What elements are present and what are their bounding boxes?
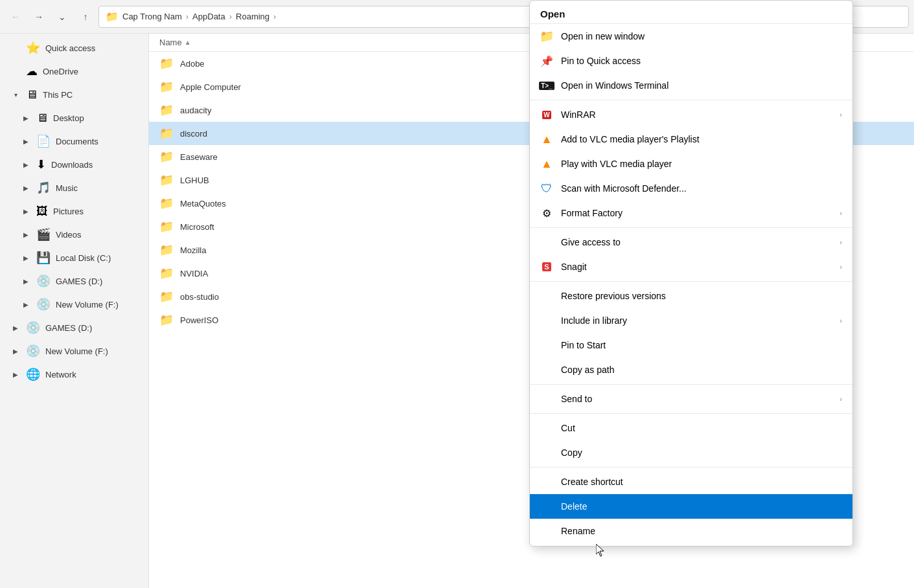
- file-name-11: PowerISO: [180, 315, 218, 325]
- ctx-item-vlc-play[interactable]: ▲Play with VLC media player: [530, 152, 852, 176]
- ctx-label-delete: Delete: [561, 501, 842, 512]
- expand-icon-desktop: ▶: [21, 113, 31, 123]
- sidebar-label-network: Network: [45, 370, 76, 379]
- ctx-label-snagit: Snagit: [561, 262, 832, 272]
- ctx-icon-pin-start: [540, 339, 553, 352]
- recent-button[interactable]: ⌄: [52, 6, 73, 27]
- sidebar-item-desktop[interactable]: ▶🖥Desktop: [3, 106, 146, 130]
- expand-icon-music: ▶: [21, 183, 31, 193]
- ctx-label-vlc-play: Play with VLC media player: [561, 159, 842, 169]
- file-folder-icon-4: 📁: [159, 150, 174, 164]
- item-icon-pictures: 🖼: [36, 205, 48, 218]
- ctx-item-vlc-add[interactable]: ▲Add to VLC media player's Playlist: [530, 127, 852, 152]
- sidebar-item-games-d2[interactable]: ▶💿GAMES (D:): [3, 316, 146, 339]
- ctx-icon-send-to: [540, 392, 553, 405]
- item-icon-this-pc: 🖥: [26, 88, 38, 102]
- sidebar-label-new-volume-f2: New Volume (F:): [45, 346, 108, 356]
- file-name-8: Mozilla: [180, 245, 206, 255]
- file-folder-icon-1: 📁: [159, 80, 174, 94]
- forward-button[interactable]: →: [29, 6, 49, 27]
- expand-icon-videos: ▶: [21, 229, 31, 240]
- ctx-separator-9: [530, 227, 852, 228]
- ctx-item-snagit[interactable]: SSnagit›: [530, 254, 852, 279]
- ctx-icon-copy-path: [540, 363, 553, 376]
- breadcrumb-appdata[interactable]: AppData: [192, 12, 225, 21]
- ctx-icon-open-new-window: 📁: [540, 30, 553, 43]
- ctx-label-open-terminal: Open in Windows Terminal: [561, 80, 842, 91]
- sort-arrow-icon: ▲: [185, 39, 191, 46]
- context-menu: Open 📁Open in new window📌Pin to Quick ac…: [529, 0, 853, 547]
- sidebar-item-documents[interactable]: ▶📄Documents: [3, 130, 146, 153]
- ctx-item-pin-quick-access[interactable]: 📌Pin to Quick access: [530, 49, 852, 73]
- sidebar-item-music[interactable]: ▶🎵Music: [3, 176, 146, 199]
- ctx-icon-delete: [540, 500, 553, 513]
- ctx-item-create-shortcut[interactable]: Create shortcut: [530, 469, 852, 494]
- sidebar-item-downloads[interactable]: ▶⬇Downloads: [3, 153, 146, 176]
- ctx-separator-22: [530, 467, 852, 468]
- expand-icon-quick-access: [10, 43, 21, 53]
- ctx-item-format-factory[interactable]: ⚙Format Factory›: [530, 201, 852, 225]
- ctx-label-pin-quick-access: Pin to Quick access: [561, 56, 842, 66]
- sidebar-label-pictures: Pictures: [53, 207, 84, 216]
- breadcrumb-cap-trong-nam[interactable]: Cap Trong Nam: [122, 12, 182, 21]
- sidebar-label-desktop: Desktop: [53, 113, 84, 123]
- ctx-item-rename[interactable]: Rename: [530, 519, 852, 543]
- back-button[interactable]: ←: [5, 6, 26, 27]
- ctx-item-open-new-window[interactable]: 📁Open in new window: [530, 24, 852, 49]
- ctx-label-restore-versions: Restore previous versions: [561, 291, 842, 301]
- ctx-item-give-access[interactable]: Give access to›: [530, 230, 852, 254]
- ctx-item-cut[interactable]: Cut: [530, 416, 852, 440]
- ctx-item-restore-versions[interactable]: Restore previous versions: [530, 284, 852, 308]
- item-icon-downloads: ⬇: [36, 157, 46, 172]
- ctx-item-send-to[interactable]: Send to›: [530, 387, 852, 411]
- file-name-2: audacity: [180, 106, 211, 115]
- ctx-item-include-library[interactable]: Include in library›: [530, 308, 852, 333]
- sidebar-item-new-volume-f2[interactable]: ▶💿New Volume (F:): [3, 339, 146, 363]
- ctx-label-send-to: Send to: [561, 394, 832, 404]
- file-name-6: MetaQuotes: [180, 199, 226, 209]
- sidebar-label-this-pc: This PC: [43, 90, 73, 100]
- sidebar-item-videos[interactable]: ▶🎬Videos: [3, 223, 146, 246]
- ctx-item-winrar[interactable]: WWinRAR›: [530, 102, 852, 127]
- ctx-submenu-arrow-include-library: ›: [840, 317, 842, 324]
- ctx-item-copy[interactable]: Copy: [530, 440, 852, 465]
- sidebar-item-quick-access[interactable]: ⭐Quick access: [3, 36, 146, 60]
- sidebar-item-pictures[interactable]: ▶🖼Pictures: [3, 199, 146, 223]
- sidebar-item-network[interactable]: ▶🌐Network: [3, 363, 146, 386]
- file-folder-icon-5: 📁: [159, 173, 174, 187]
- sidebar-item-onedrive[interactable]: ☁OneDrive: [3, 60, 146, 83]
- ctx-submenu-arrow-format-factory: ›: [840, 209, 842, 217]
- file-folder-icon-7: 📁: [159, 220, 174, 234]
- item-icon-documents: 📄: [36, 134, 51, 148]
- expand-icon-local-disk-c: ▶: [21, 253, 31, 263]
- sidebar-item-games-d[interactable]: ▶💿GAMES (D:): [3, 269, 146, 293]
- ctx-label-rename: Rename: [561, 526, 842, 536]
- file-name-1: Apple Computer: [180, 82, 241, 92]
- sidebar-item-new-volume-f[interactable]: ▶💿New Volume (F:): [3, 293, 146, 316]
- ctx-icon-vlc-add: ▲: [540, 133, 553, 146]
- sidebar-label-new-volume-f: New Volume (F:): [56, 300, 119, 310]
- ctx-item-copy-path[interactable]: Copy as path: [530, 357, 852, 382]
- sidebar-item-local-disk-c[interactable]: ▶💾Local Disk (C:): [3, 246, 146, 269]
- item-icon-new-volume-f2: 💿: [26, 344, 40, 358]
- ctx-item-defender[interactable]: 🛡Scan with Microsoft Defender...: [530, 176, 852, 201]
- breadcrumb-roaming[interactable]: Roaming: [236, 12, 269, 21]
- ctx-submenu-arrow-send-to: ›: [840, 395, 842, 403]
- ctx-icon-create-shortcut: [540, 475, 553, 488]
- expand-icon-games-d2: ▶: [10, 322, 21, 333]
- ctx-item-pin-start[interactable]: Pin to Start: [530, 333, 852, 357]
- ctx-icon-snagit: S: [540, 260, 553, 273]
- sidebar-label-local-disk-c: Local Disk (C:): [56, 253, 111, 263]
- ctx-label-winrar: WinRAR: [561, 109, 832, 120]
- sidebar-item-this-pc[interactable]: ▾🖥This PC: [3, 83, 146, 106]
- expand-icon-network: ▶: [10, 369, 21, 379]
- sidebar-label-downloads: Downloads: [51, 160, 93, 170]
- ctx-item-delete[interactable]: Delete: [530, 494, 852, 519]
- ctx-icon-vlc-play: ▲: [540, 157, 553, 170]
- ctx-label-copy: Copy: [561, 447, 842, 458]
- file-name-7: Microsoft: [180, 222, 214, 232]
- expand-icon-new-volume-f: ▶: [21, 299, 31, 310]
- ctx-item-open-terminal[interactable]: T>_Open in Windows Terminal: [530, 73, 852, 98]
- sidebar-label-music: Music: [56, 183, 78, 193]
- up-button[interactable]: ↑: [75, 6, 96, 27]
